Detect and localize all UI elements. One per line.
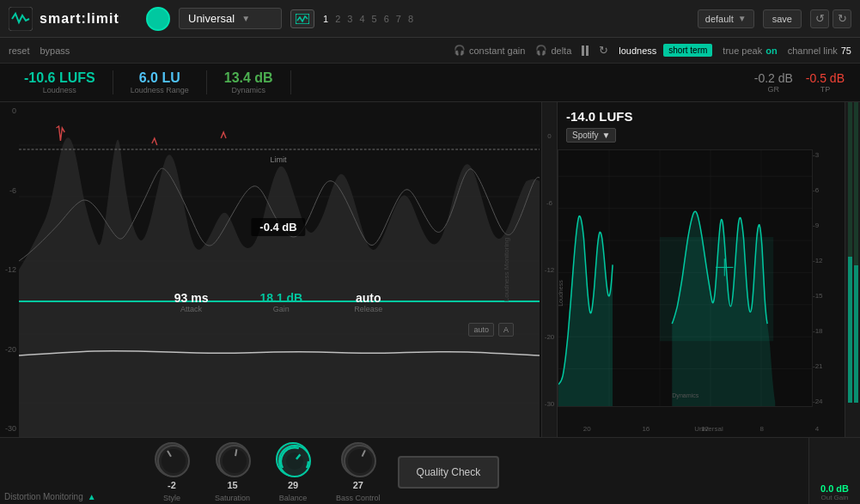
short-term-button[interactable]: short term bbox=[663, 44, 712, 57]
headphone-icon: 🎧 bbox=[454, 45, 466, 56]
out-gain-area: 0.0 dB Out Gain bbox=[808, 438, 860, 504]
attack-value: 93 ms bbox=[174, 291, 209, 305]
tp-value: -0.5 dB bbox=[806, 71, 845, 85]
delta-control[interactable]: 🎧 delta bbox=[535, 45, 571, 56]
svg-rect-26 bbox=[848, 257, 852, 403]
constant-gain-control[interactable]: 🎧 constant gain bbox=[454, 45, 525, 56]
preset-dropdown[interactable]: Universal ▼ bbox=[179, 8, 282, 29]
bass-control-knob-item: 27 Bass Control bbox=[336, 442, 381, 502]
slot-1[interactable]: 1 bbox=[323, 14, 328, 24]
balance-knob-item: 29 Balance bbox=[276, 442, 310, 502]
default-dropdown[interactable]: default ▼ bbox=[698, 9, 754, 28]
reset-button[interactable]: reset bbox=[9, 46, 29, 56]
gr-tp-area: -0.2 dB GR -0.5 dB TP bbox=[754, 71, 853, 94]
true-peak-area: true peak on bbox=[723, 46, 777, 56]
out-gain-label: Out Gain bbox=[820, 494, 848, 501]
bass-control-label: Bass Control bbox=[336, 494, 381, 502]
bass-control-value: 27 bbox=[353, 480, 363, 490]
slot-7[interactable]: 7 bbox=[396, 14, 401, 24]
header: smart:limit Universal ▼ 1 2 3 4 5 6 7 8 … bbox=[0, 0, 860, 38]
saturation-knob-item: 15 Saturation bbox=[215, 442, 250, 502]
true-peak-on[interactable]: on bbox=[765, 46, 777, 56]
gain-display-value: -0.4 dB bbox=[259, 221, 296, 234]
attack-param: 93 ms Attack bbox=[174, 291, 209, 313]
undo-redo-area: ↺ ↻ bbox=[810, 9, 851, 28]
distortion-text: Distortion Monitoring bbox=[4, 492, 83, 501]
constant-gain-label: constant gain bbox=[469, 46, 525, 56]
distortion-arrow: ▲ bbox=[88, 492, 96, 501]
right-db-scale: -3 -6 -9 -12 -15 -18 -21 -24 bbox=[810, 149, 845, 407]
preset-dropdown-arrow: ▼ bbox=[241, 14, 250, 23]
saturation-knob[interactable] bbox=[216, 442, 250, 477]
svg-point-39 bbox=[348, 449, 372, 473]
loop-button[interactable]: ↻ bbox=[599, 44, 608, 57]
db-label-6: -6 bbox=[0, 186, 19, 195]
toolbar: reset bypass 🎧 constant gain 🎧 delta ↻ l… bbox=[0, 38, 860, 64]
a-button[interactable]: A bbox=[498, 323, 514, 337]
spotify-dropdown[interactable]: Spotify ▼ bbox=[566, 128, 616, 143]
main-area: 0 -6 -12 -20 -30 bbox=[0, 102, 860, 437]
auto-button[interactable]: auto bbox=[468, 323, 494, 337]
svg-text:Dynamics: Dynamics bbox=[672, 392, 699, 399]
release-param: auto Release bbox=[354, 291, 382, 313]
balance-knob[interactable] bbox=[276, 442, 310, 477]
style-knob[interactable] bbox=[155, 442, 189, 477]
saturation-value: 15 bbox=[227, 480, 237, 490]
undo-button[interactable]: ↺ bbox=[810, 9, 829, 28]
svg-rect-20 bbox=[660, 237, 773, 341]
stats-row: -10.6 LUFS Loudness 6.0 LU Loudness Rang… bbox=[0, 64, 860, 102]
bass-control-knob[interactable] bbox=[341, 442, 375, 477]
slot-6[interactable]: 6 bbox=[384, 14, 389, 24]
release-label: Release bbox=[354, 305, 382, 313]
gr-label: GR bbox=[768, 85, 780, 94]
loudness-value: -10.6 LUFS bbox=[24, 70, 95, 86]
slot-8[interactable]: 8 bbox=[408, 14, 413, 24]
dynamics-stat-label: Dynamics bbox=[231, 86, 265, 94]
gain-display: -0.4 dB bbox=[251, 218, 305, 236]
gain-value: 18.1 dB bbox=[259, 291, 302, 305]
slot-5[interactable]: 5 bbox=[372, 14, 377, 24]
default-arrow: ▼ bbox=[738, 14, 747, 23]
headphone-delta-icon: 🎧 bbox=[535, 45, 547, 56]
save-button[interactable]: save bbox=[763, 9, 802, 28]
bypass-button[interactable]: bypass bbox=[40, 46, 70, 56]
slot-2[interactable]: 2 bbox=[335, 14, 340, 24]
universal-label: Universal bbox=[694, 425, 723, 433]
channel-link-label: channel link bbox=[788, 46, 838, 56]
out-gain-value: 0.0 dB bbox=[820, 483, 849, 494]
loudness-label: loudness bbox=[619, 46, 656, 56]
vu-right-column bbox=[845, 102, 860, 437]
default-label: default bbox=[705, 14, 734, 24]
logo-icon bbox=[9, 7, 33, 31]
channel-link-value: 75 bbox=[841, 46, 851, 56]
db-label-0: 0 bbox=[0, 106, 19, 115]
gain-label: Gain bbox=[273, 305, 290, 313]
tp-label: TP bbox=[820, 85, 831, 94]
logo-text: smart:limit bbox=[40, 11, 119, 27]
waveform-panel: 0 -6 -12 -20 -30 bbox=[0, 102, 557, 437]
true-peak-label: true peak bbox=[723, 46, 762, 56]
loudness-section: loudness short term bbox=[619, 44, 712, 57]
slot-4[interactable]: 4 bbox=[359, 14, 364, 24]
gr-value: -0.2 dB bbox=[754, 71, 793, 85]
lufs-value: -14.0 LUFS bbox=[566, 109, 633, 124]
va-button[interactable] bbox=[290, 9, 314, 28]
pause-button[interactable] bbox=[582, 46, 589, 56]
db-label-20: -20 bbox=[0, 345, 19, 354]
redo-button[interactable]: ↻ bbox=[833, 9, 851, 28]
knob-group: -2 Style 15 Saturation bbox=[155, 442, 381, 502]
style-label: Style bbox=[163, 494, 180, 502]
power-button[interactable] bbox=[146, 7, 170, 31]
balance-label: Balance bbox=[279, 494, 308, 502]
db-label-30: -30 bbox=[0, 424, 19, 433]
loudness-range-stat: 6.0 LU Loudness Range bbox=[113, 70, 207, 94]
slot-3[interactable]: 3 bbox=[347, 14, 352, 24]
gain-param: 18.1 dB Gain bbox=[259, 291, 302, 313]
right-viz-panel: -14.0 LUFS Spotify ▼ bbox=[557, 102, 860, 437]
quality-check-button[interactable]: Quality Check bbox=[398, 456, 500, 489]
auto-a-area: auto A bbox=[468, 323, 514, 337]
logo-area: smart:limit bbox=[9, 7, 137, 31]
main-db-strip-right: 0 -6 -12 -20 -30 bbox=[541, 102, 557, 437]
db-scale-left: 0 -6 -12 -20 -30 bbox=[0, 102, 19, 437]
attack-label: Attack bbox=[180, 305, 202, 313]
